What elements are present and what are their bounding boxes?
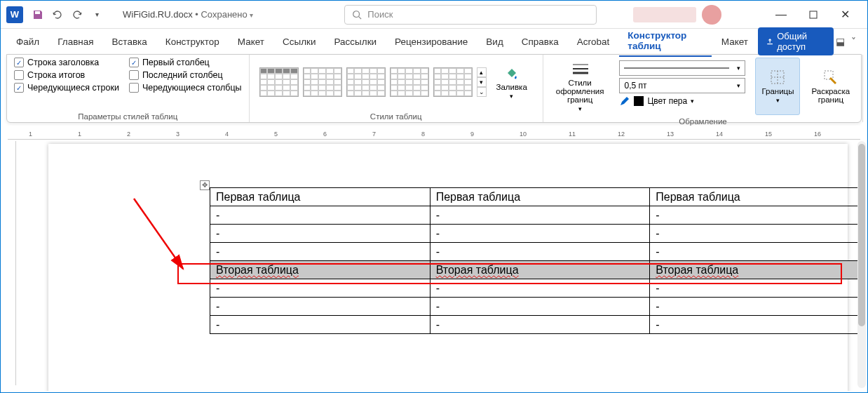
table-cell[interactable]: - [650,316,857,334]
table-row[interactable]: --- [210,225,858,243]
scrollbar-thumb[interactable] [858,144,865,326]
tab-table-layout[interactable]: Макет [713,32,757,51]
check-banded-rows[interactable]: Чередующиеся строки [14,83,119,93]
redo-icon[interactable] [69,7,85,22]
bucket-icon [503,65,520,81]
table-cell[interactable]: - [210,316,430,334]
vertical-ruler[interactable] [2,141,16,385]
table-row[interactable]: --- [210,279,858,298]
search-input[interactable]: Поиск [344,5,597,25]
tab-home[interactable]: Главная [49,32,102,51]
check-last-column[interactable]: Последний столбец [129,70,242,80]
user-name-placeholder [633,7,696,22]
chevron-up-icon: ▴ [477,67,487,77]
table-cell[interactable]: Вторая таблица [650,261,857,279]
chevron-down-icon: ▾ [477,77,487,87]
tab-references[interactable]: Ссылки [274,32,325,51]
pen-color-button[interactable]: Цвет пера▾ [619,95,745,107]
page[interactable]: ✥ Первая таблицаПервая таблицаПервая таб… [48,144,848,391]
border-painter-button[interactable]: Раскраска границ [806,58,855,115]
borders-icon [769,69,786,86]
table-row[interactable]: --- [210,206,858,225]
tab-acrobat[interactable]: Acrobat [569,32,618,51]
tab-mailings[interactable]: Рассылки [326,32,386,51]
gallery-expand-icon: ⌄ [477,87,487,97]
qat-dropdown-icon[interactable]: ▾ [89,7,104,22]
table-style-thumb[interactable] [303,67,342,97]
shading-button[interactable]: Заливка▾ [491,62,533,102]
table-cell[interactable]: - [650,279,857,298]
table-cell[interactable]: Первая таблица [210,188,430,206]
table-cell[interactable]: - [430,279,650,298]
window-controls: — ✕ [765,1,862,29]
table-cell[interactable]: - [430,206,650,225]
ribbon-chevron-icon[interactable]: ˅ [847,36,860,47]
border-width-combo[interactable]: 0,5 пт▾ [619,78,745,93]
group-style-options: Строка заголовка Первый столбец Строка и… [7,55,250,122]
gallery-scroll[interactable]: ▴▾⌄ [477,67,487,97]
borders-button[interactable]: Границы▾ [755,58,800,115]
maximize-button[interactable] [797,1,829,29]
table-cell[interactable]: - [650,225,857,243]
table-cell[interactable]: - [210,225,430,243]
tab-view[interactable]: Вид [477,32,511,51]
table-row[interactable]: --- [210,316,858,334]
table-cell[interactable]: - [210,243,430,261]
ribbon-collapse-icon[interactable]: ⬓ [834,36,847,47]
minimize-button[interactable]: — [765,1,797,29]
close-button[interactable]: ✕ [829,1,862,29]
tab-design[interactable]: Конструктор [157,32,228,51]
document-table[interactable]: Первая таблицаПервая таблицаПервая табли… [210,187,857,334]
check-header-row[interactable]: Строка заголовка [14,58,119,67]
table-cell[interactable]: Первая таблица [430,188,650,206]
table-cell[interactable]: Вторая таблица [430,261,650,279]
table-cell[interactable]: - [210,298,430,316]
table-cell[interactable]: - [650,298,857,316]
check-first-column[interactable]: Первый столбец [129,58,242,67]
share-button[interactable]: Общий доступ [758,27,834,55]
check-total-row[interactable]: Строка итогов [14,70,119,80]
table-cell[interactable]: Вторая таблица [210,261,430,279]
table-cell[interactable]: - [430,316,650,334]
vertical-scrollbar[interactable] [857,141,866,388]
app-word-icon: W [6,6,23,23]
ribbon-tabs: Файл Главная Вставка Конструктор Макет С… [1,29,867,54]
horizontal-ruler[interactable]: 112345678910111213141516 [8,126,860,140]
tab-insert[interactable]: Вставка [104,32,156,51]
table-cell[interactable]: - [650,206,857,225]
table-row[interactable]: --- [210,243,858,261]
save-icon[interactable] [30,7,46,22]
group-framing: Стили оформления границ▾ ▾ 0,5 пт▾ Цвет … [543,55,863,122]
tab-table-design[interactable]: Конструктор таблиц [619,26,711,57]
table-cell[interactable]: Первая таблица [650,188,857,206]
tab-help[interactable]: Справка [513,32,567,51]
undo-icon[interactable] [50,7,65,22]
table-row[interactable]: --- [210,298,858,316]
title-bar: W ▾ WiFiGid.RU.docx • Сохранено ▾ Поиск … [1,1,867,29]
table-style-thumb[interactable] [433,67,473,97]
tab-layout[interactable]: Макет [229,32,273,51]
user-avatar[interactable] [702,5,721,25]
table-cell[interactable]: - [430,298,650,316]
table-move-handle[interactable]: ✥ [200,180,210,190]
border-style-icon [571,60,588,77]
table-cell[interactable]: - [430,225,650,243]
table-style-thumb[interactable] [390,67,429,97]
table-row[interactable]: Первая таблицаПервая таблицаПервая табли… [210,188,858,206]
table-cell[interactable]: - [210,279,430,298]
group-table-styles: ▴▾⌄ Заливка▾ Стили таблиц [250,55,543,122]
svg-rect-2 [810,11,817,18]
table-styles-gallery[interactable]: ▴▾⌄ Заливка▾ [257,58,536,107]
tab-file[interactable]: Файл [8,32,48,51]
table-style-thumb[interactable] [346,67,386,97]
table-cell[interactable]: - [650,243,857,261]
border-line-style-combo[interactable]: ▾ [619,60,745,76]
group-label-table-styles: Стили таблиц [257,110,536,121]
tab-review[interactable]: Рецензирование [386,32,476,51]
check-banded-columns[interactable]: Чередующиеся столбцы [129,83,242,93]
table-cell[interactable]: - [210,206,430,225]
table-cell[interactable]: - [430,243,650,261]
table-style-thumb[interactable] [259,67,299,97]
border-styles-button[interactable]: Стили оформления границ▾ [550,58,610,115]
table-row[interactable]: Вторая таблицаВторая таблицаВторая табли… [210,261,858,279]
